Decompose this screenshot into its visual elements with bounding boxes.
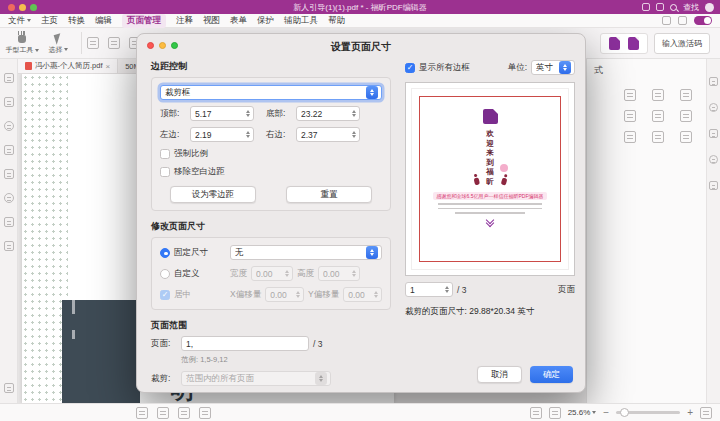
- zoom-slider[interactable]: [616, 411, 680, 414]
- close-icon[interactable]: ×: [106, 62, 111, 71]
- fields-panel-icon[interactable]: [4, 217, 14, 227]
- page-range-field[interactable]: 1,: [181, 336, 309, 351]
- prev-page-icon[interactable]: [157, 407, 169, 419]
- last-page-icon[interactable]: [199, 407, 211, 419]
- search-icon[interactable]: [670, 4, 677, 11]
- bell-icon[interactable]: [678, 16, 687, 25]
- theme-toggle[interactable]: [694, 16, 712, 25]
- cancel-button[interactable]: 取消: [477, 366, 522, 383]
- align-center-icon[interactable]: [652, 89, 664, 101]
- fullscreen-icon[interactable]: [700, 407, 712, 419]
- align-left-icon[interactable]: [624, 89, 636, 101]
- constrain-proportions-checkbox[interactable]: [160, 149, 170, 159]
- stepper-arrows[interactable]: [246, 131, 250, 139]
- custom-size-radio[interactable]: [160, 269, 170, 279]
- bookmarks-panel-icon[interactable]: [4, 73, 14, 83]
- box-type-dropdown[interactable]: 裁剪框: [160, 85, 382, 100]
- dialog-right-column: 显示所有边框 单位: 英寸 欢 迎 来 到: [405, 60, 575, 318]
- select-tool-button[interactable]: 选择: [40, 32, 76, 55]
- layout-icon[interactable]: [662, 16, 671, 25]
- more-tab-icon[interactable]: [709, 181, 718, 190]
- fullscreen-window-button[interactable]: [30, 4, 37, 11]
- preview-page-field[interactable]: 1: [405, 282, 453, 297]
- fit-width-icon[interactable]: [530, 407, 542, 419]
- hand-tool-button[interactable]: 手型工具: [4, 31, 40, 55]
- stepper-arrows[interactable]: [445, 286, 449, 294]
- menu-convert[interactable]: 转换: [68, 15, 85, 27]
- unit-dropdown[interactable]: 英寸: [531, 60, 575, 75]
- fit-page-icon[interactable]: [549, 407, 561, 419]
- menu-accessibility[interactable]: 辅助工具: [284, 15, 318, 27]
- minimize-window-button[interactable]: [19, 4, 26, 11]
- crop-pages-icon[interactable]: [87, 37, 99, 49]
- first-page-icon[interactable]: [136, 407, 148, 419]
- thumbnails-panel-icon[interactable]: [4, 97, 14, 107]
- account-icon[interactable]: [705, 3, 714, 12]
- align-middle-icon[interactable]: [652, 110, 664, 122]
- align-right-icon[interactable]: [680, 89, 692, 101]
- left-margin-field[interactable]: 2.19: [190, 127, 254, 142]
- menu-form[interactable]: 表单: [230, 15, 247, 27]
- next-page-icon[interactable]: [178, 407, 190, 419]
- zoom-in-button[interactable]: +: [687, 408, 693, 418]
- left-margin-label: 左边:: [160, 129, 186, 141]
- zoom-slider-thumb[interactable]: [620, 408, 629, 417]
- search-panel-icon[interactable]: [4, 121, 14, 131]
- distribute-horizontal-icon[interactable]: [624, 131, 636, 143]
- window-title: 新人引导(1)(1).pdf * - 福昕PDF编辑器: [0, 2, 720, 13]
- format-tab-icon[interactable]: [709, 77, 718, 86]
- right-margin-field[interactable]: 2.37: [296, 127, 360, 142]
- find-label[interactable]: 查找: [683, 2, 699, 13]
- menu-edit[interactable]: 编辑: [95, 15, 112, 27]
- stamps-tab-icon[interactable]: [709, 129, 718, 138]
- stepper-arrows[interactable]: [246, 110, 250, 118]
- fixed-size-dropdown[interactable]: 无: [230, 245, 382, 260]
- arrange-icon[interactable]: [680, 131, 692, 143]
- close-window-button[interactable]: [8, 4, 15, 11]
- remove-blank-margins-checkbox[interactable]: [160, 167, 170, 177]
- resize-section-title: 修改页面尺寸: [151, 220, 391, 233]
- share-icon[interactable]: [642, 3, 650, 11]
- document-tab-1[interactable]: 冯小惠-个人简历.pdf ×: [18, 59, 118, 73]
- attachments-panel-icon[interactable]: [4, 145, 14, 155]
- reset-button[interactable]: 重置: [286, 186, 372, 203]
- menu-view[interactable]: 视图: [203, 15, 220, 27]
- page-range-label: 页面:: [151, 338, 177, 350]
- properties-tab-icon[interactable]: [709, 103, 718, 112]
- signature-tab-icon[interactable]: [709, 155, 718, 164]
- bottom-margin-field[interactable]: 23.22: [296, 106, 360, 121]
- zoom-level[interactable]: 25.6%: [568, 408, 597, 417]
- preview-tagline: 感谢您和全球6.5亿用户一样信任福昕PDF编辑器: [433, 192, 548, 200]
- menu-home[interactable]: 主页: [41, 15, 58, 27]
- purple-doc-icon[interactable]: [609, 37, 620, 50]
- distribute-vertical-icon[interactable]: [652, 131, 664, 143]
- menu-file[interactable]: 文件: [8, 15, 31, 27]
- comments-panel-icon[interactable]: [4, 169, 14, 179]
- format-panel: 式: [586, 59, 706, 403]
- zero-margins-button[interactable]: 设为零边距: [170, 186, 256, 203]
- ok-button[interactable]: 确定: [530, 366, 573, 383]
- align-bottom-icon[interactable]: [680, 110, 692, 122]
- figure-right-illustration: [498, 173, 509, 187]
- signatures-panel-icon[interactable]: [4, 241, 14, 251]
- width-label: 宽度: [230, 268, 247, 280]
- align-top-icon[interactable]: [624, 110, 636, 122]
- menu-comment[interactable]: 注释: [176, 15, 193, 27]
- purple-doc2-icon[interactable]: [628, 37, 639, 50]
- stepper-arrows[interactable]: [352, 110, 356, 118]
- layers-panel-icon[interactable]: [4, 193, 14, 203]
- notification-icon[interactable]: [656, 3, 664, 11]
- zoom-out-button[interactable]: −: [603, 408, 609, 418]
- height-field: 0.00: [318, 266, 360, 281]
- chevron-down-icon: [592, 411, 596, 414]
- fixed-size-radio[interactable]: [160, 248, 170, 258]
- menu-page-management[interactable]: 页面管理: [122, 14, 166, 28]
- top-margin-field[interactable]: 5.17: [190, 106, 254, 121]
- menu-protect[interactable]: 保护: [257, 15, 274, 27]
- show-borders-checkbox[interactable]: [405, 63, 415, 73]
- insert-pages-icon[interactable]: [108, 37, 120, 49]
- sidebar-settings-icon[interactable]: [4, 383, 14, 393]
- stepper-arrows[interactable]: [352, 131, 356, 139]
- activation-code-button[interactable]: 输入激活码: [654, 33, 710, 54]
- menu-help[interactable]: 帮助: [328, 15, 345, 27]
